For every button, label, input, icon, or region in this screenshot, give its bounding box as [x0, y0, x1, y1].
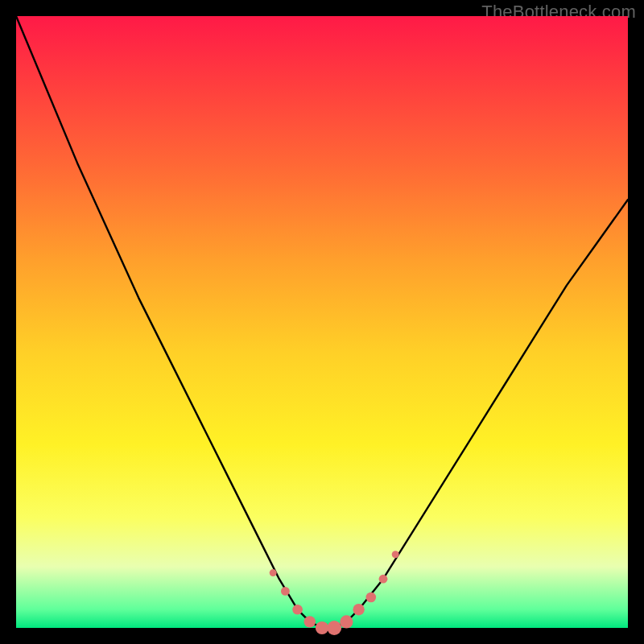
trough-dot [270, 569, 277, 576]
trough-dot [281, 587, 290, 596]
trough-dot [392, 551, 399, 558]
trough-dot [316, 621, 328, 634]
chart-stage: TheBottleneck.com [0, 0, 644, 644]
trough-dot [292, 605, 303, 615]
trough-dot [379, 575, 388, 584]
bottleneck-curve [16, 16, 628, 628]
curve-overlay [16, 16, 628, 628]
trough-dot [327, 621, 341, 635]
trough-dot [304, 616, 316, 627]
trough-dots [270, 551, 399, 635]
trough-dot [340, 615, 353, 628]
trough-dot [366, 592, 377, 603]
trough-dot [353, 604, 364, 615]
plot-area [16, 16, 628, 628]
